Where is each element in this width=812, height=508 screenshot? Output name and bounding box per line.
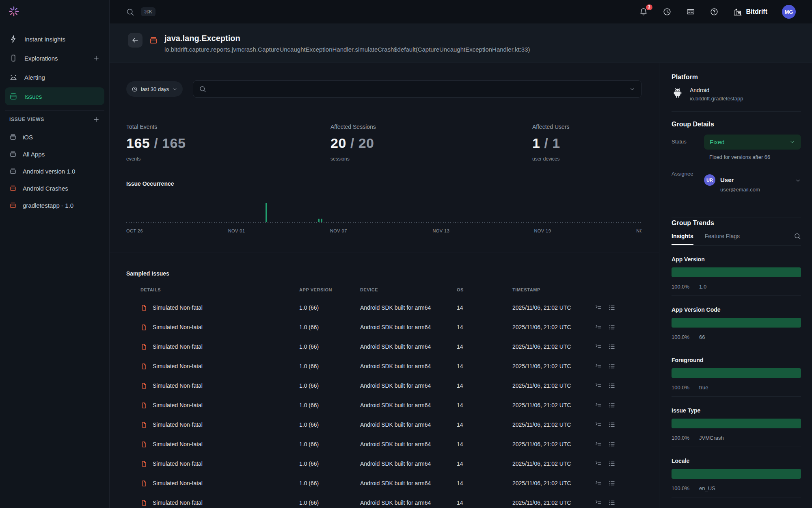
- insight-bar[interactable]: [672, 419, 801, 428]
- back-button[interactable]: [128, 33, 143, 48]
- sidebar-item-alerting[interactable]: Alerting: [0, 68, 109, 86]
- device-icon: [9, 54, 17, 62]
- issue-filter-searchbox[interactable]: [193, 80, 641, 98]
- row-app-version-cell: 1.0 (66): [299, 402, 360, 408]
- table-row[interactable]: Simulated Non-fatal 1.0 (66) Android SDK…: [126, 454, 641, 473]
- view-logs-icon[interactable]: [595, 499, 602, 506]
- clock-icon: [132, 86, 138, 92]
- list-details-icon[interactable]: [608, 421, 615, 428]
- list-details-icon[interactable]: [608, 363, 615, 370]
- view-logs-icon[interactable]: [595, 441, 602, 448]
- table-row[interactable]: Simulated Non-fatal 1.0 (66) Android SDK…: [126, 434, 641, 454]
- chevron-down-icon[interactable]: [629, 86, 635, 92]
- table-row[interactable]: Simulated Non-fatal 1.0 (66) Android SDK…: [126, 317, 641, 337]
- sidebar-item-explorations[interactable]: Explorations: [0, 49, 109, 67]
- view-logs-icon[interactable]: [595, 343, 602, 350]
- table-row[interactable]: Simulated Non-fatal 1.0 (66) Android SDK…: [126, 356, 641, 376]
- assignee-info: User user@email.com: [720, 174, 760, 193]
- row-actions: [595, 460, 641, 467]
- list-details-icon[interactable]: [608, 402, 615, 409]
- search-icon: [199, 85, 206, 93]
- issue-view-item[interactable]: iOS: [0, 128, 109, 145]
- list-details-icon[interactable]: [608, 499, 615, 506]
- view-logs-icon[interactable]: [595, 363, 602, 370]
- insight-bar[interactable]: [672, 469, 801, 479]
- list-details-icon[interactable]: [608, 382, 615, 389]
- x-axis-tick-label: NOV 19: [534, 228, 551, 233]
- row-timestamp-cell: 2025/11/06, 21:02 UTC: [512, 499, 595, 506]
- keyboard-shortcuts-button[interactable]: [686, 7, 695, 16]
- view-logs-icon[interactable]: [595, 323, 602, 331]
- row-actions: [595, 421, 641, 428]
- view-logs-icon[interactable]: [595, 304, 602, 311]
- list-details-icon[interactable]: [608, 460, 615, 467]
- issue-view-item[interactable]: Android version 1.0: [0, 163, 109, 180]
- notification-count-badge: 3: [646, 4, 652, 10]
- org-switcher[interactable]: Bitdrift: [733, 7, 767, 16]
- row-actions: [595, 480, 641, 487]
- assignee-dropdown[interactable]: UR User user@email.com: [704, 174, 801, 193]
- table-row[interactable]: Simulated Non-fatal 1.0 (66) Android SDK…: [126, 376, 641, 395]
- row-details-cell: Simulated Non-fatal: [140, 324, 299, 331]
- add-exploration-plus-icon[interactable]: [93, 54, 100, 62]
- bitdrift-logo-icon[interactable]: [8, 6, 19, 17]
- issue-view-item[interactable]: All Apps: [0, 145, 109, 163]
- sidebar-item-label: Alerting: [24, 74, 100, 81]
- table-row[interactable]: Simulated Non-fatal 1.0 (66) Android SDK…: [126, 415, 641, 434]
- table-row[interactable]: Simulated Non-fatal 1.0 (66) Android SDK…: [126, 395, 641, 415]
- status-note: Fixed for versions after 66: [709, 154, 801, 160]
- sidebar-item-label: Instant Insights: [24, 36, 100, 43]
- tray-icon: [9, 185, 17, 192]
- add-issue-view-plus-icon[interactable]: [93, 116, 100, 123]
- tab-insights[interactable]: Insights: [672, 233, 693, 239]
- row-device-cell: Android SDK built for arm64: [360, 324, 457, 330]
- topbar-actions: 3 Bitdrift MG: [639, 5, 796, 19]
- row-os-cell: 14: [457, 421, 512, 428]
- sidebar-item-issues[interactable]: Issues: [5, 87, 104, 105]
- crash-report-icon: [140, 343, 147, 350]
- issue-view-item[interactable]: Android Crashes: [0, 180, 109, 197]
- user-avatar[interactable]: MG: [782, 5, 796, 19]
- table-row[interactable]: Simulated Non-fatal 1.0 (66) Android SDK…: [126, 493, 641, 508]
- search-icon[interactable]: [794, 232, 801, 240]
- history-button[interactable]: [663, 7, 672, 16]
- history-clock-icon: [663, 7, 672, 16]
- status-dropdown[interactable]: Fixed: [704, 135, 801, 150]
- view-logs-icon[interactable]: [595, 460, 602, 467]
- insight-bar[interactable]: [672, 368, 801, 378]
- row-actions: [595, 402, 641, 409]
- search-icon: [126, 8, 134, 16]
- view-logs-icon[interactable]: [595, 382, 602, 389]
- row-actions: [595, 441, 641, 448]
- notifications-button[interactable]: 3: [639, 7, 648, 16]
- table-row[interactable]: Simulated Non-fatal 1.0 (66) Android SDK…: [126, 298, 641, 317]
- row-app-version-cell: 1.0 (66): [299, 343, 360, 350]
- insight-bar[interactable]: [672, 318, 801, 328]
- x-axis-tick-label: NOV 07: [330, 228, 347, 233]
- row-os-cell: 14: [457, 324, 512, 330]
- col-timestamp: TIMESTAMP: [512, 287, 595, 292]
- list-details-icon[interactable]: [608, 480, 615, 487]
- sidebar-item-instant-insights[interactable]: Instant Insights: [0, 30, 109, 48]
- view-logs-icon[interactable]: [595, 421, 602, 428]
- issue-filter-input[interactable]: [210, 85, 625, 93]
- insight-value: JVMCrash: [699, 435, 724, 441]
- col-app-version: APP VERSION: [299, 287, 360, 292]
- view-logs-icon[interactable]: [595, 480, 602, 487]
- view-logs-icon[interactable]: [595, 402, 602, 409]
- table-row[interactable]: Simulated Non-fatal 1.0 (66) Android SDK…: [126, 337, 641, 356]
- time-range-dropdown[interactable]: last 30 days: [126, 81, 183, 97]
- list-details-icon[interactable]: [608, 343, 615, 350]
- crash-report-icon: [140, 441, 147, 448]
- row-details-cell: Simulated Non-fatal: [140, 402, 299, 409]
- list-details-icon[interactable]: [608, 441, 615, 448]
- list-details-icon[interactable]: [608, 304, 615, 311]
- help-button[interactable]: [710, 7, 719, 16]
- global-search[interactable]: ⌘K: [126, 7, 155, 16]
- issue-view-item[interactable]: gradletestapp - 1.0: [0, 197, 109, 214]
- list-details-icon[interactable]: [608, 323, 615, 331]
- tab-feature-flags[interactable]: Feature Flags: [705, 233, 740, 239]
- row-actions: [595, 323, 641, 331]
- table-row[interactable]: Simulated Non-fatal 1.0 (66) Android SDK…: [126, 473, 641, 493]
- insight-bar[interactable]: [672, 267, 801, 277]
